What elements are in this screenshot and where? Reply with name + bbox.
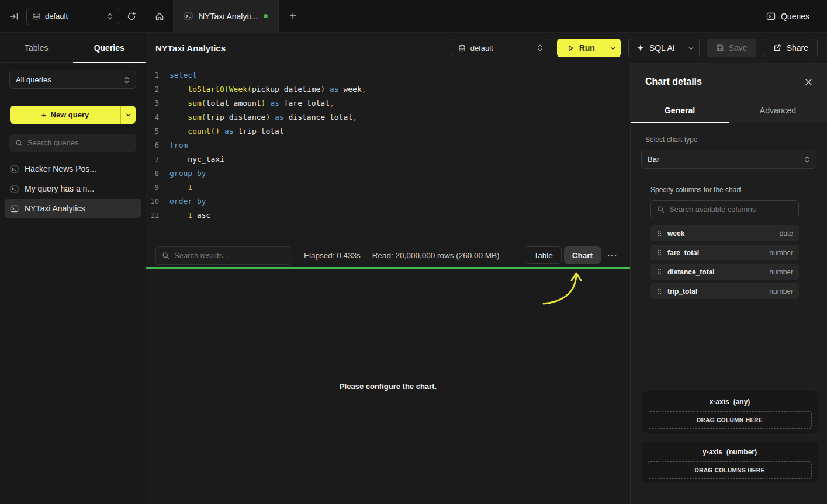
search-icon: [657, 206, 665, 213]
more-options-button[interactable]: ⋯: [603, 246, 621, 264]
search-columns-input[interactable]: [669, 205, 793, 214]
tab-nytaxi-analytics[interactable]: NYTaxi Analyti...: [174, 0, 279, 32]
x-axis-drop-zone[interactable]: DRAG COLUMN HERE: [648, 411, 812, 429]
chart-column-row[interactable]: distance_total number: [650, 264, 799, 280]
sidebar-query-item[interactable]: NYTaxi Analytics: [5, 199, 141, 218]
code-lines: 1 select 2 toStartOfWeek(pickup_datetime…: [146, 68, 630, 223]
topbar: default NYTaxi Analyti...: [0, 0, 827, 33]
save-icon: [716, 44, 724, 52]
code-text: sum(trip_distance) as distance_total,: [169, 110, 357, 124]
new-tab-button[interactable]: +: [279, 0, 307, 32]
search-results-input[interactable]: [174, 251, 286, 260]
column-type: date: [780, 230, 793, 238]
column-type: number: [769, 249, 793, 257]
code-text: from: [169, 138, 188, 152]
sidebar-query-item[interactable]: Hacker News Pos...: [5, 159, 141, 178]
plus-icon: +: [41, 110, 47, 120]
sql-ai-menu-button[interactable]: [683, 39, 699, 57]
line-number: 2: [146, 82, 169, 96]
new-query-button[interactable]: + New query: [10, 106, 136, 124]
chart-columns-list: week date fare_total number distance_tot…: [650, 225, 799, 299]
tab-advanced-label: Advanced: [760, 106, 796, 115]
chart-type-value: Bar: [648, 155, 659, 164]
sql-ai-label: SQL AI: [649, 43, 675, 53]
tab-general[interactable]: General: [631, 99, 729, 123]
search-queries-input[interactable]: [27, 138, 130, 147]
share-button[interactable]: Share: [764, 39, 818, 57]
run-button[interactable]: Run: [557, 39, 621, 57]
code-line: 5 count() as trip_total: [146, 124, 630, 138]
query-list: Hacker News Pos... My query has a n... N…: [0, 159, 146, 218]
table-view-label: Table: [534, 251, 552, 260]
new-query-menu-button[interactable]: [120, 106, 136, 124]
save-button[interactable]: Save: [707, 39, 756, 57]
panel-head: Chart details General Advanced: [631, 63, 827, 123]
code-text: select: [169, 68, 197, 82]
search-queries[interactable]: [9, 134, 136, 152]
topbar-database-value: default: [45, 12, 68, 20]
code-line: 3 sum(total_amount) as fare_total,: [146, 96, 630, 110]
drag-handle-icon[interactable]: [656, 249, 662, 256]
database-icon: [33, 12, 40, 20]
chart-details-panel: Chart details General Advanced Select ch…: [630, 63, 827, 504]
run-database-selector[interactable]: default: [452, 39, 549, 57]
queries-filter-select[interactable]: All queries: [9, 71, 136, 89]
share-icon: [773, 44, 781, 52]
queries-button-label: Queries: [781, 12, 809, 21]
drag-handle-icon[interactable]: [656, 287, 662, 295]
y-axis-drop-zone[interactable]: DRAG COLUMNS HERE: [648, 461, 812, 479]
drag-handle-icon[interactable]: [656, 230, 662, 237]
line-number: 9: [146, 180, 169, 194]
plus-icon: +: [289, 9, 296, 23]
topbar-queries-button[interactable]: Queries: [766, 0, 827, 32]
chart-column-row[interactable]: week date: [650, 225, 799, 241]
sidebar-query-item[interactable]: My query has a n...: [5, 179, 141, 198]
tabstrip: NYTaxi Analyti... +: [146, 0, 307, 32]
chart-view-button[interactable]: Chart: [564, 246, 601, 264]
search-icon: [162, 252, 169, 259]
line-number: 8: [146, 166, 169, 180]
collapse-sidebar-icon[interactable]: [9, 12, 19, 21]
query-item-label: Hacker News Pos...: [25, 164, 96, 173]
share-button-label: Share: [787, 43, 808, 53]
chart-type-label: Select chart type: [645, 135, 816, 144]
sidebar: Tables Queries All queries + New query: [0, 33, 146, 504]
ellipsis-icon: ⋯: [607, 249, 617, 262]
x-axis-card: x-axis(any) DRAG COLUMN HERE: [642, 391, 818, 433]
drag-handle-icon[interactable]: [656, 268, 662, 276]
search-columns[interactable]: [650, 200, 799, 218]
run-button-label: Run: [579, 43, 595, 53]
chevron-updown-icon: [804, 155, 810, 164]
line-number: 4: [146, 110, 169, 124]
y-axis-drop-label: DRAG COLUMNS HERE: [694, 467, 764, 474]
table-view-button[interactable]: Table: [525, 246, 561, 264]
column-name: week: [667, 230, 684, 238]
refresh-icon[interactable]: [127, 12, 136, 21]
query-icon: [184, 12, 193, 20]
chart-type-select[interactable]: Bar: [641, 150, 816, 169]
sidebar-tab-queries[interactable]: Queries: [73, 33, 146, 62]
chart-view-label: Chart: [572, 251, 593, 260]
chart-empty-message: Please configure the chart.: [146, 382, 630, 391]
home-icon: [155, 12, 164, 21]
app: default NYTaxi Analyti...: [0, 0, 827, 504]
close-icon[interactable]: [805, 78, 812, 86]
line-number: 3: [146, 96, 169, 110]
code-text: order by: [169, 194, 206, 208]
tab-queries-label: Queries: [94, 43, 124, 53]
code-text: nyc_taxi: [169, 152, 224, 166]
sidebar-tab-tables[interactable]: Tables: [0, 33, 73, 62]
save-button-label: Save: [729, 43, 748, 53]
chart-column-row[interactable]: trip_total number: [650, 283, 799, 299]
sql-ai-button[interactable]: SQL AI: [628, 39, 700, 57]
search-results[interactable]: [155, 246, 292, 265]
topbar-database-selector[interactable]: default: [26, 8, 119, 25]
chart-column-row[interactable]: fare_total number: [650, 245, 799, 260]
tab-advanced[interactable]: Advanced: [729, 99, 827, 123]
run-options-button[interactable]: [605, 39, 621, 57]
sql-editor[interactable]: 1 select 2 toStartOfWeek(pickup_datetime…: [146, 63, 630, 243]
column-type: number: [769, 268, 793, 276]
home-tab[interactable]: [146, 0, 174, 32]
line-number: 5: [146, 124, 169, 138]
y-axis-card: y-axis(number) DRAG COLUMNS HERE: [642, 442, 818, 483]
